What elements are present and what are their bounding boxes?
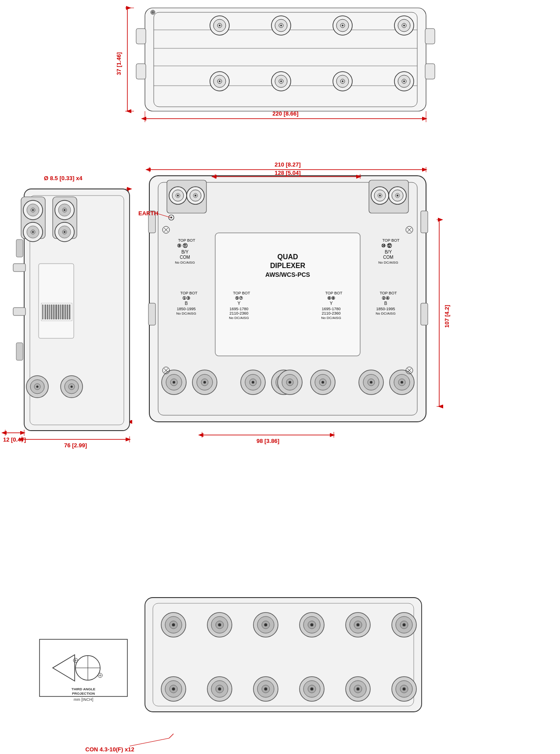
svg-point-153 [64, 209, 65, 211]
svg-rect-41 [136, 29, 146, 44]
svg-point-249 [357, 688, 360, 691]
svg-point-79 [203, 381, 206, 384]
dim-top-height: 37 [1.46] [116, 52, 122, 75]
svg-point-71 [397, 195, 398, 196]
svg-point-21 [403, 25, 405, 26]
svg-point-221 [311, 624, 314, 627]
port-57-band: Y [238, 301, 241, 306]
svg-point-237 [218, 688, 221, 691]
port-13-label: TOP BOT [180, 291, 198, 295]
port-91-type: COM [180, 255, 190, 260]
port-13-numbers: ①③ [182, 296, 190, 301]
port-57-freq1: 1695-1780 [229, 307, 248, 311]
product-name-line2: DIPLEXER [270, 262, 305, 269]
svg-rect-166 [13, 264, 25, 272]
dim-top-width: 220 [8.66] [272, 110, 298, 117]
port-91-band: B/Y [181, 250, 188, 254]
svg-point-62 [195, 195, 196, 196]
svg-rect-204 [145, 598, 422, 712]
svg-point-241 [264, 688, 267, 691]
svg-point-37 [403, 80, 405, 82]
port-13-note: No DC/AISG [176, 312, 196, 315]
port-1012-note: No DC/AISG [378, 261, 398, 265]
svg-rect-168 [16, 239, 23, 257]
svg-rect-170 [39, 264, 74, 338]
svg-point-67 [379, 195, 381, 196]
svg-point-225 [357, 624, 360, 627]
port-57-label: TOP BOT [233, 291, 250, 295]
projection-symbol: THIRD ANGLE PROJECTION mm [INCH] [40, 639, 127, 702]
svg-point-209 [172, 624, 175, 627]
projection-label-line2: PROJECTION [72, 692, 95, 696]
port-68-band: Y [330, 301, 333, 306]
dim-front-bottom-width: 98 [3.86] [257, 438, 279, 444]
svg-rect-44 [425, 64, 435, 79]
port-91-label: TOP BOT [178, 238, 195, 243]
port-13-band: B [185, 301, 188, 306]
svg-point-245 [311, 688, 314, 691]
port-57-note: No DC/AISG [229, 316, 249, 320]
svg-point-75 [173, 381, 175, 384]
port-1012-numbers: ⑩ ⑫ [381, 243, 392, 248]
port-24-numbers: ②④ [382, 296, 390, 301]
dim-side-width: 76 [2.99] [64, 442, 87, 449]
svg-rect-43 [425, 29, 435, 44]
svg-point-9 [219, 25, 220, 26]
port-24-label: TOP BOT [379, 291, 397, 295]
dim-front-right-height: 107 [4.2] [444, 305, 450, 328]
port-68-freq2: 2110-2360 [322, 311, 340, 315]
port-91-note: No DC/AISG [175, 261, 195, 265]
port-24-freq: 1850-1995 [376, 307, 395, 311]
port-68-note: No DC/AISG [321, 316, 341, 320]
port-68-label: TOP BOT [325, 291, 343, 295]
bottom-view: CON 4.3-10(F) x12 [85, 598, 422, 753]
svg-point-99 [370, 381, 372, 384]
svg-point-217 [264, 624, 267, 627]
svg-point-157 [64, 231, 65, 233]
port-57-freq2: 2110-2360 [229, 311, 248, 315]
drawing-container: 220 [8.66] 37 [1.46] QUAD DIPLEXER AWS/W… [0, 0, 560, 754]
svg-rect-169 [16, 343, 23, 360]
connector-label: CON 4.3-10(F) x12 [85, 746, 134, 753]
port-24-note: No DC/AISG [376, 312, 395, 315]
svg-line-255 [169, 734, 173, 738]
svg-point-148 [32, 231, 34, 233]
svg-point-161 [36, 386, 39, 388]
port-24-band: B [384, 301, 387, 306]
svg-point-95 [322, 381, 324, 384]
svg-point-91 [289, 381, 291, 384]
svg-point-29 [280, 80, 282, 82]
svg-point-103 [401, 381, 403, 384]
port-68-freq1: 1695-1780 [322, 307, 340, 311]
svg-rect-42 [136, 64, 146, 79]
svg-rect-105 [148, 303, 155, 325]
svg-point-33 [342, 80, 343, 82]
svg-rect-106 [421, 211, 428, 233]
product-name-line3: AWS/WCS-PCS [265, 271, 310, 278]
port-13-freq: 1850-1995 [177, 307, 195, 311]
port-91-numbers: ⑨ ⑪ [177, 243, 188, 248]
dim-front-inner-width: 128 [5.04] [275, 170, 300, 176]
port-1012-type: COM [383, 255, 393, 260]
svg-point-17 [342, 25, 343, 26]
svg-point-253 [403, 688, 406, 691]
projection-label-line1: THIRD ANGLE [72, 687, 96, 691]
port-68-numbers: ⑥⑧ [327, 296, 335, 301]
port-1012-band: B/Y [385, 250, 392, 254]
side-view: 76 [2.99] 12 [0.47] [3, 189, 130, 449]
svg-point-121 [170, 217, 172, 218]
svg-point-213 [218, 624, 221, 627]
svg-point-229 [403, 624, 406, 627]
svg-rect-107 [421, 303, 428, 325]
svg-point-233 [172, 688, 175, 691]
svg-point-58 [177, 195, 179, 196]
svg-point-144 [32, 209, 34, 211]
units-label: mm [INCH] [74, 697, 94, 702]
svg-point-13 [280, 25, 282, 26]
dim-side-offset: 12 [0.47] [3, 436, 26, 443]
port-1012-label: TOP BOT [382, 238, 400, 243]
top-view: 220 [8.66] 37 [1.46] [116, 8, 435, 122]
hole-label: Ø 8.5 [0.33] x4 [44, 175, 83, 181]
dim-front-outer-width: 210 [8.27] [275, 161, 300, 168]
svg-rect-167 [13, 308, 25, 315]
